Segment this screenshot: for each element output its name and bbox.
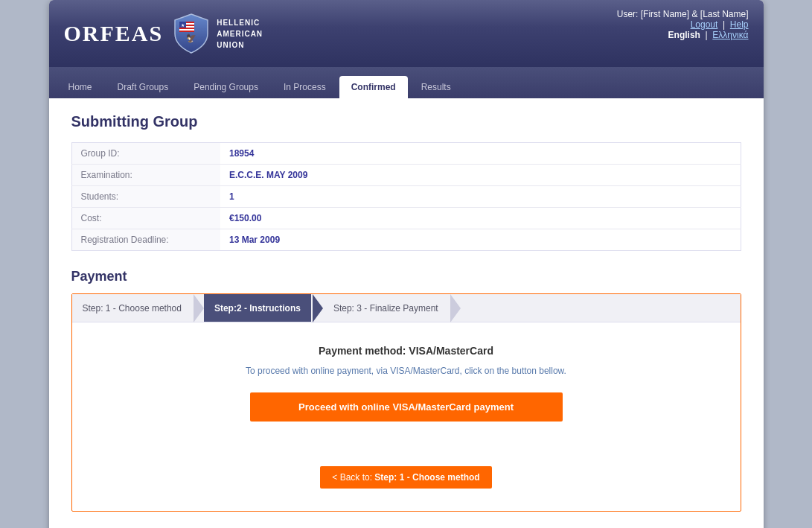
group-id-value: 18954 <box>220 143 741 165</box>
back-btn-prefix: < Back to: <box>332 472 374 483</box>
tab-pending-groups[interactable]: Pending Groups <box>182 76 270 98</box>
lang-english[interactable]: English <box>668 30 700 40</box>
step-3-label: Step: 3 - Finalize Payment <box>333 303 438 314</box>
deadline-value: 13 Mar 2009 <box>220 229 741 251</box>
exam-value: E.C.C.E. MAY 2009 <box>220 165 741 186</box>
nav-bar: Home Draft Groups Pending Groups In Proc… <box>49 67 764 98</box>
user-label: User: [First Name] & [Last Name] <box>617 9 749 19</box>
step-1-label: Step: 1 - Choose method <box>83 303 182 314</box>
students-label: Students: <box>71 186 220 208</box>
back-to-step1-button[interactable]: < Back to: Step: 1 - Choose method <box>320 466 491 489</box>
lang-greek[interactable]: Ελληνικά <box>712 30 748 40</box>
table-row: Students: 1 <box>71 186 741 208</box>
exam-label: Examination: <box>71 165 220 186</box>
group-id-label: Group ID: <box>71 143 220 165</box>
svg-rect-3 <box>179 29 194 31</box>
svg-text:★: ★ <box>181 23 185 28</box>
back-btn-container: < Back to: Step: 1 - Choose method <box>87 466 726 489</box>
tab-confirmed[interactable]: Confirmed <box>339 76 408 98</box>
logo-text: ORFEAS <box>64 21 164 46</box>
tab-home[interactable]: Home <box>57 76 104 98</box>
students-value: 1 <box>220 186 741 208</box>
logout-link[interactable]: Logout <box>691 19 718 30</box>
logout-help: Logout | Help <box>691 19 749 30</box>
payment-method-title: Payment method: VISA/MasterCard <box>87 345 726 357</box>
content: Submitting Group Group ID: 18954 Examina… <box>49 98 764 527</box>
step-2-label: Step:2 - Instructions <box>214 303 301 314</box>
proceed-payment-button[interactable]: Proceed with online VISA/MasterCard paym… <box>250 392 563 422</box>
tab-draft-groups[interactable]: Draft Groups <box>106 76 181 98</box>
step-1-arrow <box>194 294 204 322</box>
tab-in-process[interactable]: In Process <box>272 76 338 98</box>
steps-bar: Step: 1 - Choose method Step:2 - Instruc… <box>72 294 741 322</box>
table-row: Examination: E.C.C.E. MAY 2009 <box>71 165 741 186</box>
org-name: HELLENIC AMERICAN UNION <box>217 17 263 51</box>
shield-icon: ★ 🦅 <box>173 13 209 54</box>
help-link[interactable]: Help <box>730 19 749 30</box>
payment-box: Step: 1 - Choose method Step:2 - Instruc… <box>71 293 741 512</box>
back-btn-step-label: Step: 1 - Choose method <box>374 472 479 483</box>
group-info-table: Group ID: 18954 Examination: E.C.C.E. MA… <box>71 142 741 251</box>
header-right: User: [First Name] & [Last Name] Logout … <box>602 0 764 67</box>
cost-value: €150.00 <box>220 208 741 229</box>
page-title: Submitting Group <box>71 113 741 130</box>
header: ORFEAS ★ 🦅 <box>49 0 764 67</box>
payment-content: Payment method: VISA/MasterCard To proce… <box>72 322 741 511</box>
step-3-arrow <box>450 294 461 322</box>
language-switcher: English | Ελληνικά <box>668 30 749 40</box>
cost-label: Cost: <box>71 208 220 229</box>
table-row: Registration Deadline: 13 Mar 2009 <box>71 229 741 251</box>
payment-section-title: Payment <box>71 269 741 284</box>
payment-instruction: To proceed with online payment, via VISA… <box>87 366 726 376</box>
step-1[interactable]: Step: 1 - Choose method <box>72 294 192 322</box>
svg-text:🦅: 🦅 <box>186 33 196 43</box>
step-3[interactable]: Step: 3 - Finalize Payment <box>323 294 449 322</box>
table-row: Cost: €150.00 <box>71 208 741 229</box>
step-2-arrow <box>313 294 323 322</box>
header-left: ORFEAS ★ 🦅 <box>49 0 278 67</box>
deadline-label: Registration Deadline: <box>71 229 220 251</box>
step-2[interactable]: Step:2 - Instructions <box>204 294 311 322</box>
table-row: Group ID: 18954 <box>71 143 741 165</box>
tab-results[interactable]: Results <box>409 76 463 98</box>
